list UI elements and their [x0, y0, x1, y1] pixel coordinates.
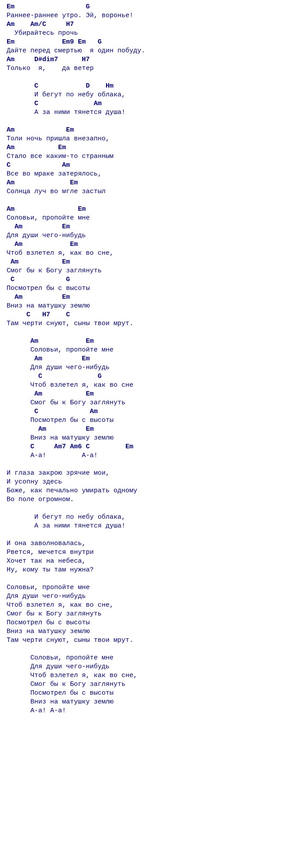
- lyric-line: Стало все каким-то странным: [7, 153, 114, 160]
- song-lyrics-block: Em G Раннее-раннее утро. Эй, воронье! Am…: [7, 3, 301, 715]
- chord-line: C Am: [7, 161, 70, 169]
- chord-line: Am Em: [7, 126, 74, 134]
- lyric-line: Чтоб взлетел я, как во сне,: [7, 601, 114, 609]
- lyric-line: Чтоб взлетел я, как во сне,: [7, 249, 114, 257]
- chord-line: C Am7 Am6 C Em: [7, 443, 133, 450]
- lyric-line: Смог бы к Богу заглянуть: [7, 610, 102, 618]
- lyric-line: Для души чего-нибудь: [7, 663, 110, 670]
- chord-line: Am Em: [7, 355, 90, 363]
- lyric-line: Хочет так на небеса,: [7, 557, 86, 565]
- chord-line: C Am: [7, 408, 98, 415]
- lyric-line: Толи ночь пришла внезапно,: [7, 135, 110, 143]
- lyric-line: Вниз на матушку землю: [7, 698, 114, 706]
- chord-line: Am Em: [7, 337, 94, 345]
- lyric-line: Для души чего-нибудь: [7, 232, 86, 239]
- lyric-line: Раннее-раннее утро. Эй, воронье!: [7, 12, 133, 19]
- lyric-line: Смог бы к Богу заглянуть: [7, 399, 125, 407]
- lyric-line: И бегут по небу облака,: [7, 513, 125, 521]
- lyric-line: А за ними тянется душа!: [7, 109, 125, 116]
- lyric-line: Во поле огромном.: [7, 496, 74, 503]
- lyric-line: Вниз на матушку землю: [7, 628, 90, 635]
- lyric-line: Соловьи, пропойте мне: [7, 214, 90, 222]
- chord-line: Am Em: [7, 144, 66, 151]
- lyric-line: Солнца луч во мгле застыл: [7, 188, 106, 195]
- lyric-line: Посмотрел бы с высоты: [7, 417, 114, 424]
- chord-line: Am D#dim7 H7: [7, 56, 90, 63]
- lyric-line: Соловьи, пропойте мне: [7, 584, 90, 591]
- lyric-line: Ну, кому ты там нужна?: [7, 566, 94, 574]
- lyric-line: Для души чего-нибудь: [7, 364, 110, 371]
- lyric-line: А-а! А-а!: [7, 707, 66, 714]
- chord-line: Am Em: [7, 390, 94, 398]
- lyric-line: Смог бы к Богу заглянуть: [7, 681, 125, 688]
- chord-line: C D Hm: [7, 82, 114, 90]
- chord-line: C G: [7, 276, 70, 283]
- lyric-line: Соловьи, пропойте мне: [7, 654, 114, 662]
- chord-line: Am Em: [7, 179, 78, 187]
- lyric-line: Посмотрел бы с высоты: [7, 619, 90, 626]
- lyric-line: Дайте перед смертью я один побуду.: [7, 47, 145, 55]
- lyric-line: Для души чего-нибудь: [7, 593, 86, 600]
- lyric-line: Все во мраке затерялось,: [7, 170, 102, 178]
- chord-line: C G: [7, 373, 102, 380]
- chord-line: C Am: [7, 100, 102, 107]
- lyric-line: А за ними тянется душа!: [7, 522, 125, 530]
- chord-line: Am Em: [7, 223, 70, 231]
- lyric-line: И глаза закрою зрячие мои,: [7, 469, 110, 477]
- lyric-line: И бегут по небу облака,: [7, 91, 125, 99]
- chord-line: C H7 C: [7, 311, 70, 319]
- lyric-line: А-а! А-а!: [7, 452, 98, 459]
- lyric-line: Там черти снуют, сыны твои мрут.: [7, 320, 133, 327]
- lyric-line: Только я, да ветер: [7, 65, 94, 72]
- lyric-line: Посмотрел бы с высоты: [7, 285, 90, 292]
- chord-line: Am Em: [7, 425, 94, 433]
- chord-line: Am Am/C H7: [7, 21, 74, 28]
- lyric-line: Чтоб взлетел я, как во сне: [7, 381, 133, 389]
- lyric-line: Смог бы к Богу заглянуть: [7, 267, 102, 275]
- lyric-line: Боже, как печально умирать одному: [7, 487, 137, 494]
- lyric-line: Чтоб взлетел я, как во сне,: [7, 672, 137, 679]
- lyric-line: Соловьи, пропойте мне: [7, 346, 114, 354]
- chord-line: Am Em: [7, 205, 86, 213]
- lyric-line: Убирайтесь прочь: [7, 29, 78, 37]
- chord-line: Am Em: [7, 293, 70, 301]
- lyric-line: И она заволновалась,: [7, 540, 86, 547]
- chord-line: Am Em: [7, 241, 78, 248]
- chord-line: Em G: [7, 3, 90, 11]
- lyric-line: Посмотрел бы с высоты: [7, 689, 114, 697]
- lyric-line: И усопну здесь: [7, 478, 62, 486]
- chord-line: Em Em9 Em G: [7, 38, 102, 46]
- lyric-line: Рвется, мечется внутри: [7, 549, 94, 556]
- chord-line: Am Em: [7, 258, 70, 266]
- lyric-line: Там черти снуют, сыны твои мрут.: [7, 637, 133, 644]
- lyric-line: Вниз на матушку землю: [7, 434, 114, 442]
- lyric-line: Вниз на матушку землю: [7, 302, 90, 310]
